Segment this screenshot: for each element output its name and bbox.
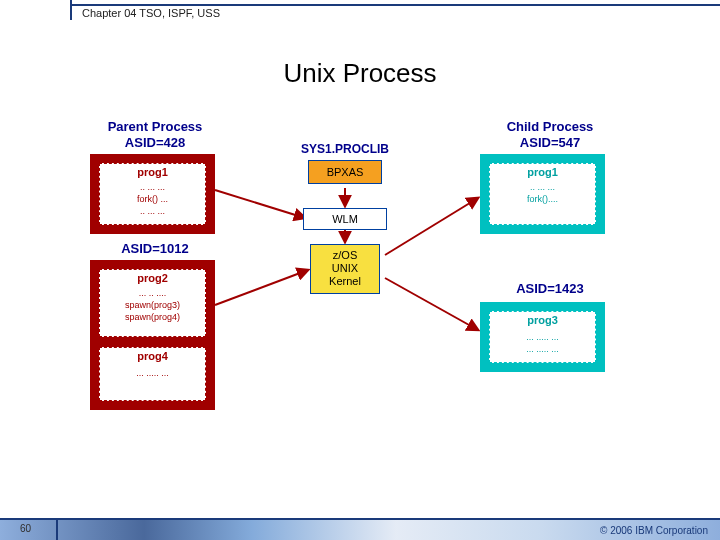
parent-process-label: Parent Process <box>90 120 220 134</box>
prog1-line3: .. ... ... <box>100 206 205 218</box>
diagram: Parent Process ASID=428 prog1 .. ... ...… <box>80 120 640 450</box>
slide-footer: 60 © 2006 IBM Corporation <box>0 514 720 540</box>
child-prog3-line2: ... ..... ... <box>490 344 595 356</box>
prog2-line1: ... .. .... <box>100 288 205 300</box>
footer-tick <box>56 520 58 540</box>
bpxas-box: BPXAS <box>308 160 382 184</box>
child-prog1-line1: .. ... ... <box>490 182 595 194</box>
parent2-asid-label: ASID=1012 <box>90 242 220 256</box>
header-tick <box>70 0 72 20</box>
prog2-label: prog2 <box>100 272 205 284</box>
wlm-box: WLM <box>303 208 387 230</box>
prog4-line: ... ..... ... <box>100 368 205 380</box>
chapter-label: Chapter 04 TSO, ISPF, USS <box>82 7 220 19</box>
prog1-label: prog1 <box>100 166 205 178</box>
parent-asid-label: ASID=428 <box>90 136 220 150</box>
svg-line-1 <box>215 270 308 305</box>
svg-line-0 <box>215 190 305 218</box>
kernel-box: z/OS UNIX Kernel <box>310 244 380 294</box>
slide: Chapter 04 TSO, ISPF, USS Unix Process P… <box>0 0 720 540</box>
child-process-label: Child Process <box>485 120 615 134</box>
child-prog3-label: prog3 <box>490 314 595 326</box>
slide-title: Unix Process <box>0 58 720 89</box>
slide-header: Chapter 04 TSO, ISPF, USS <box>0 0 720 28</box>
prog4-label: prog4 <box>100 350 205 362</box>
child-box-1: prog1 .. ... ... fork().... <box>480 154 605 234</box>
child1-asid-label: ASID=547 <box>485 136 615 150</box>
prog1-line2: fork() ... <box>100 194 205 206</box>
parent-box-2: prog2 ... .. .... spawn(prog3) spawn(pro… <box>90 260 215 410</box>
svg-line-4 <box>385 198 478 255</box>
prog1-line1: .. ... ... <box>100 182 205 194</box>
child-prog3-line1: ... ..... ... <box>490 332 595 344</box>
parent-box-1: prog1 .. ... ... fork() ... .. ... ... <box>90 154 215 234</box>
prog2-spawn2: spawn(prog4) <box>100 312 205 324</box>
svg-line-5 <box>385 278 478 330</box>
copyright: © 2006 IBM Corporation <box>600 525 708 536</box>
child2-asid-label: ASID=1423 <box>485 282 615 296</box>
child-prog1-line2: fork().... <box>490 194 595 206</box>
sys-proclib-label: SYS1.PROCLIB <box>285 142 405 156</box>
header-rule <box>70 4 720 6</box>
prog2-spawn1: spawn(prog3) <box>100 300 205 312</box>
child-box-2: prog3 ... ..... ... ... ..... ... <box>480 302 605 372</box>
page-number: 60 <box>20 523 31 534</box>
child-prog1-label: prog1 <box>490 166 595 178</box>
